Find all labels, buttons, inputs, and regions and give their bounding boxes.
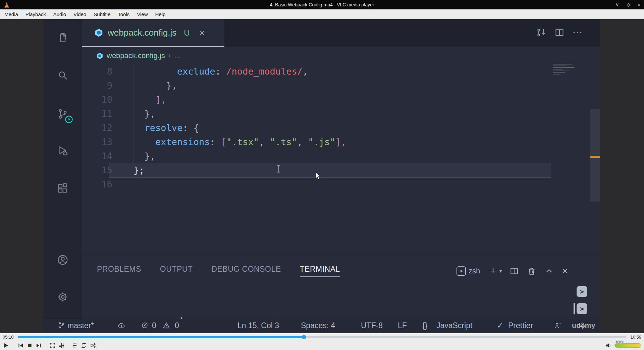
close-icon[interactable]: × (638, 2, 641, 8)
split-terminal-icon[interactable] (510, 267, 519, 275)
code-line-14[interactable]: 14 }, (82, 149, 590, 163)
publish-cloud-icon[interactable] (118, 322, 125, 330)
explorer-icon[interactable] (57, 32, 68, 44)
branch-name[interactable]: master* (67, 319, 94, 332)
errors-count[interactable]: 0 (152, 319, 156, 332)
scrollbar-thumb[interactable] (590, 109, 600, 202)
code-line-9[interactable]: 9 }, (82, 78, 590, 92)
menu-playback[interactable]: Playback (22, 9, 50, 19)
indentation[interactable]: Spaces: 4 (301, 319, 335, 332)
stop-button[interactable] (27, 343, 33, 348)
new-terminal-icon[interactable]: + (490, 265, 496, 277)
menu-tools[interactable]: Tools (114, 9, 133, 19)
playlist-button[interactable] (72, 343, 77, 348)
eol-type[interactable]: LF (398, 319, 407, 332)
terminal-dropdown-icon[interactable]: ▾ (499, 268, 502, 274)
menu-subtitle[interactable]: Subtitle (90, 9, 114, 19)
warnings-count[interactable]: 0 (175, 319, 179, 332)
extensions-icon[interactable] (57, 183, 68, 194)
menu-help[interactable]: Help (152, 9, 169, 19)
vlc-window: 4. Basic Webpack Config.mp4 - VLC media … (0, 0, 644, 350)
volume-slider[interactable] (614, 343, 641, 348)
speaker-icon[interactable] (605, 342, 612, 349)
shuffle-button[interactable] (90, 343, 96, 348)
line-content: exclude: /node_modules/, (133, 66, 308, 77)
terminal-list-item-2[interactable]: > (577, 303, 587, 314)
maximize-panel-chevron-icon[interactable] (545, 267, 553, 275)
breadcrumb[interactable]: webpack.config.js › ... (96, 51, 180, 60)
formatter-name[interactable]: Prettier (508, 319, 533, 332)
search-icon[interactable] (57, 70, 68, 81)
mouse-cursor-arrow (316, 172, 323, 180)
errors-icon[interactable] (141, 322, 148, 329)
tab-close-icon[interactable]: × (199, 28, 205, 38)
menu-media[interactable]: Media (1, 9, 22, 19)
menu-video[interactable]: Video (70, 9, 90, 19)
code-line-10[interactable]: 10 ], (82, 92, 590, 106)
minimize-icon[interactable]: ∨ (615, 2, 619, 8)
feedback-person-icon[interactable] (554, 322, 561, 330)
breadcrumb-ellipsis: ... (174, 51, 180, 60)
seek-bar[interactable] (18, 336, 627, 338)
window-title: 4. Basic Webpack Config.mp4 - VLC media … (0, 0, 644, 9)
account-icon[interactable] (57, 254, 68, 266)
line-content: extensions: [".tsx", ".ts", ".js"], (133, 137, 346, 147)
language-braces-icon: {} (422, 319, 427, 332)
extended-settings-button[interactable] (59, 343, 64, 348)
code-area: 8 exclude: /node_modules/,9 },10 ],11 },… (82, 64, 590, 191)
udemy-watermark: udemy (572, 321, 595, 330)
status-bar: master* 0 0 Ln 15, Col 3 Spaces: 4 UTF-8… (43, 319, 600, 332)
panel-tab-problems[interactable]: PROBLEMS (97, 265, 141, 277)
cursor-position[interactable]: Ln 15, Col 3 (237, 319, 279, 332)
menu-view[interactable]: View (133, 9, 151, 19)
git-branch-icon (58, 322, 65, 329)
warnings-icon[interactable] (163, 322, 170, 329)
line-content: ], (133, 94, 166, 105)
code-line-13[interactable]: 13 extensions: [".tsx", ".ts", ".js"], (82, 135, 590, 149)
line-content: }, (133, 108, 155, 119)
line-number: 9 (82, 80, 112, 91)
line-content: }, (133, 80, 177, 91)
volume-control[interactable]: 100% (605, 341, 641, 350)
run-debug-icon[interactable] (57, 145, 68, 157)
encoding[interactable]: UTF-8 (361, 319, 383, 332)
modified-line-marker (590, 156, 600, 158)
kill-terminal-trash-icon[interactable] (527, 267, 536, 275)
split-editor-icon[interactable] (555, 28, 564, 37)
language-mode[interactable]: JavaScript (436, 319, 472, 332)
seek-handle[interactable] (302, 335, 306, 339)
code-line-12[interactable]: 12 resolve: { (82, 121, 590, 135)
code-line-16[interactable]: 16 (82, 177, 590, 191)
previous-button[interactable] (18, 343, 23, 348)
maximize-icon[interactable]: ◇ (627, 2, 631, 8)
line-number: 11 (82, 108, 112, 119)
tab-webpack-config[interactable]: webpack.config.js U × (82, 19, 224, 47)
line-number: 10 (82, 94, 112, 105)
terminal-list-separator (575, 285, 575, 317)
panel-tab-terminal[interactable]: TERMINAL (300, 265, 340, 277)
terminal-list-item-1[interactable]: > (577, 286, 587, 297)
next-button[interactable] (36, 343, 42, 348)
minimap[interactable] (553, 64, 584, 79)
menu-audio[interactable]: Audio (50, 9, 70, 19)
fullscreen-button[interactable] (50, 343, 55, 348)
panel-tab-output[interactable]: OUTPUT (160, 265, 193, 277)
code-line-8[interactable]: 8 exclude: /node_modules/, (82, 64, 590, 78)
code-line-15[interactable]: 15}; (82, 163, 590, 177)
panel-tab-debug-console[interactable]: DEBUG CONSOLE (211, 265, 281, 277)
code-line-11[interactable]: 11 }, (82, 106, 590, 121)
line-number: 14 (82, 151, 112, 161)
title-bar: 4. Basic Webpack Config.mp4 - VLC media … (0, 0, 644, 9)
shell-label[interactable]: zsh (469, 267, 480, 275)
settings-gear-icon[interactable] (57, 291, 68, 303)
more-actions-icon[interactable]: ··· (573, 28, 583, 37)
terminal-profile-icon[interactable]: > (457, 266, 466, 276)
loop-button[interactable] (81, 343, 87, 348)
editor-tab-bar: webpack.config.js U × (82, 19, 600, 47)
play-button[interactable] (3, 342, 9, 349)
line-number: 8 (82, 66, 112, 77)
activity-bar (43, 19, 82, 332)
close-panel-icon[interactable]: × (562, 266, 568, 276)
panel-tabs: PROBLEMSOUTPUTDEBUG CONSOLETERMINAL (97, 265, 340, 277)
open-changes-icon[interactable] (536, 28, 546, 38)
